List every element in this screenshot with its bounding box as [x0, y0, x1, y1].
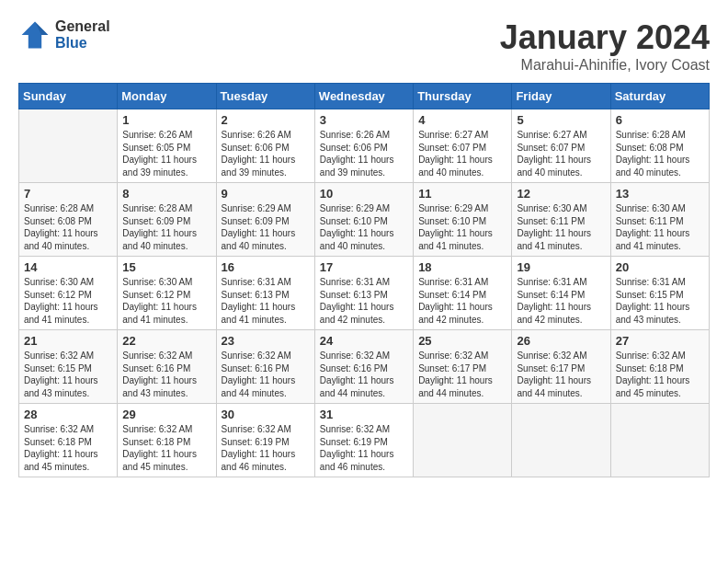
calendar-cell: 16Sunrise: 6:31 AM Sunset: 6:13 PM Dayli…	[216, 257, 314, 330]
day-number: 6	[616, 113, 704, 127]
calendar-cell: 3Sunrise: 6:26 AM Sunset: 6:06 PM Daylig…	[314, 109, 413, 183]
day-info: Sunrise: 6:32 AM Sunset: 6:17 PM Dayligh…	[418, 350, 506, 399]
day-info: Sunrise: 6:31 AM Sunset: 6:15 PM Dayligh…	[616, 276, 704, 326]
logo-text: General Blue	[55, 18, 110, 51]
calendar-cell: 29Sunrise: 6:32 AM Sunset: 6:18 PM Dayli…	[118, 404, 216, 477]
day-info: Sunrise: 6:30 AM Sunset: 6:12 PM Dayligh…	[122, 276, 210, 326]
day-info: Sunrise: 6:32 AM Sunset: 6:16 PM Dayligh…	[222, 350, 310, 399]
day-number: 29	[122, 408, 210, 421]
day-number: 2	[222, 113, 310, 127]
day-info: Sunrise: 6:27 AM Sunset: 6:07 PM Dayligh…	[517, 129, 605, 178]
day-number: 18	[418, 260, 506, 274]
day-info: Sunrise: 6:27 AM Sunset: 6:07 PM Dayligh…	[418, 129, 506, 178]
day-number: 14	[24, 260, 112, 274]
calendar-cell: 9Sunrise: 6:29 AM Sunset: 6:09 PM Daylig…	[216, 183, 314, 257]
calendar-week-4: 21Sunrise: 6:32 AM Sunset: 6:15 PM Dayli…	[19, 330, 710, 404]
calendar-cell: 2Sunrise: 6:26 AM Sunset: 6:06 PM Daylig…	[216, 109, 314, 183]
calendar-cell: 1Sunrise: 6:26 AM Sunset: 6:05 PM Daylig…	[118, 109, 216, 183]
day-number: 21	[24, 334, 112, 348]
logo: General Blue	[18, 18, 110, 52]
calendar-header-saturday: Saturday	[610, 84, 709, 109]
day-info: Sunrise: 6:32 AM Sunset: 6:18 PM Dayligh…	[122, 423, 210, 473]
logo-icon	[18, 18, 51, 52]
day-info: Sunrise: 6:32 AM Sunset: 6:15 PM Dayligh…	[24, 350, 112, 399]
day-number: 28	[24, 408, 112, 421]
day-info: Sunrise: 6:32 AM Sunset: 6:18 PM Dayligh…	[616, 350, 704, 399]
calendar-cell	[19, 109, 118, 183]
day-number: 10	[320, 187, 408, 201]
calendar-cell: 6Sunrise: 6:28 AM Sunset: 6:08 PM Daylig…	[610, 109, 709, 183]
calendar-cell: 31Sunrise: 6:32 AM Sunset: 6:19 PM Dayli…	[314, 404, 413, 477]
day-info: Sunrise: 6:32 AM Sunset: 6:18 PM Dayligh…	[24, 423, 112, 473]
day-info: Sunrise: 6:26 AM Sunset: 6:05 PM Dayligh…	[122, 129, 210, 178]
calendar-cell: 13Sunrise: 6:30 AM Sunset: 6:11 PM Dayli…	[610, 183, 709, 257]
calendar-cell: 23Sunrise: 6:32 AM Sunset: 6:16 PM Dayli…	[216, 330, 314, 404]
day-info: Sunrise: 6:30 AM Sunset: 6:12 PM Dayligh…	[24, 276, 112, 326]
day-info: Sunrise: 6:31 AM Sunset: 6:13 PM Dayligh…	[320, 276, 408, 326]
calendar-cell: 22Sunrise: 6:32 AM Sunset: 6:16 PM Dayli…	[118, 330, 216, 404]
day-number: 12	[517, 187, 605, 201]
calendar-cell: 18Sunrise: 6:31 AM Sunset: 6:14 PM Dayli…	[414, 257, 512, 330]
calendar-week-3: 14Sunrise: 6:30 AM Sunset: 6:12 PM Dayli…	[19, 257, 710, 330]
calendar-cell: 5Sunrise: 6:27 AM Sunset: 6:07 PM Daylig…	[512, 109, 610, 183]
day-info: Sunrise: 6:31 AM Sunset: 6:13 PM Dayligh…	[222, 276, 310, 326]
calendar: SundayMondayTuesdayWednesdayThursdayFrid…	[18, 83, 710, 477]
day-info: Sunrise: 6:32 AM Sunset: 6:17 PM Dayligh…	[517, 350, 605, 399]
day-number: 11	[418, 187, 506, 201]
calendar-cell: 27Sunrise: 6:32 AM Sunset: 6:18 PM Dayli…	[610, 330, 709, 404]
calendar-cell: 10Sunrise: 6:29 AM Sunset: 6:10 PM Dayli…	[314, 183, 413, 257]
day-info: Sunrise: 6:29 AM Sunset: 6:10 PM Dayligh…	[320, 202, 408, 252]
calendar-cell: 28Sunrise: 6:32 AM Sunset: 6:18 PM Dayli…	[19, 404, 118, 477]
calendar-cell: 25Sunrise: 6:32 AM Sunset: 6:17 PM Dayli…	[414, 330, 512, 404]
calendar-cell: 8Sunrise: 6:28 AM Sunset: 6:09 PM Daylig…	[118, 183, 216, 257]
day-number: 5	[517, 113, 605, 127]
day-info: Sunrise: 6:26 AM Sunset: 6:06 PM Dayligh…	[320, 129, 408, 178]
day-number: 13	[616, 187, 704, 201]
calendar-cell: 4Sunrise: 6:27 AM Sunset: 6:07 PM Daylig…	[414, 109, 512, 183]
calendar-header-row: SundayMondayTuesdayWednesdayThursdayFrid…	[19, 84, 710, 109]
day-number: 31	[320, 408, 408, 421]
calendar-header-thursday: Thursday	[414, 84, 512, 109]
calendar-cell	[610, 404, 709, 477]
day-number: 27	[616, 334, 704, 348]
day-number: 16	[222, 260, 310, 274]
day-number: 23	[222, 334, 310, 348]
day-number: 24	[320, 334, 408, 348]
calendar-cell	[414, 404, 512, 477]
day-info: Sunrise: 6:29 AM Sunset: 6:10 PM Dayligh…	[418, 202, 506, 252]
day-number: 3	[320, 113, 408, 127]
location-title: Marahui-Ahinifie, Ivory Coast	[500, 57, 710, 74]
calendar-cell: 14Sunrise: 6:30 AM Sunset: 6:12 PM Dayli…	[19, 257, 118, 330]
day-number: 30	[222, 408, 310, 421]
day-number: 17	[320, 260, 408, 274]
day-number: 7	[24, 187, 112, 201]
day-info: Sunrise: 6:32 AM Sunset: 6:19 PM Dayligh…	[222, 423, 310, 473]
day-info: Sunrise: 6:26 AM Sunset: 6:06 PM Dayligh…	[222, 129, 310, 178]
calendar-header-monday: Monday	[118, 84, 216, 109]
calendar-header-friday: Friday	[512, 84, 610, 109]
calendar-cell: 21Sunrise: 6:32 AM Sunset: 6:15 PM Dayli…	[19, 330, 118, 404]
calendar-cell: 7Sunrise: 6:28 AM Sunset: 6:08 PM Daylig…	[19, 183, 118, 257]
day-number: 20	[616, 260, 704, 274]
day-info: Sunrise: 6:31 AM Sunset: 6:14 PM Dayligh…	[418, 276, 506, 326]
calendar-cell: 11Sunrise: 6:29 AM Sunset: 6:10 PM Dayli…	[414, 183, 512, 257]
calendar-week-5: 28Sunrise: 6:32 AM Sunset: 6:18 PM Dayli…	[19, 404, 710, 477]
day-number: 8	[122, 187, 210, 201]
calendar-cell: 15Sunrise: 6:30 AM Sunset: 6:12 PM Dayli…	[118, 257, 216, 330]
day-info: Sunrise: 6:32 AM Sunset: 6:19 PM Dayligh…	[320, 423, 408, 473]
calendar-cell: 12Sunrise: 6:30 AM Sunset: 6:11 PM Dayli…	[512, 183, 610, 257]
day-number: 19	[517, 260, 605, 274]
logo-blue: Blue	[55, 35, 110, 52]
day-number: 9	[222, 187, 310, 201]
month-title: January 2024	[500, 18, 710, 57]
day-number: 26	[517, 334, 605, 348]
day-number: 25	[418, 334, 506, 348]
day-info: Sunrise: 6:30 AM Sunset: 6:11 PM Dayligh…	[517, 202, 605, 252]
calendar-week-1: 1Sunrise: 6:26 AM Sunset: 6:05 PM Daylig…	[19, 109, 710, 183]
calendar-cell: 17Sunrise: 6:31 AM Sunset: 6:13 PM Dayli…	[314, 257, 413, 330]
calendar-header-wednesday: Wednesday	[314, 84, 413, 109]
calendar-cell	[512, 404, 610, 477]
day-number: 4	[418, 113, 506, 127]
page-header: General Blue January 2024 Marahui-Ahinif…	[18, 18, 710, 74]
day-info: Sunrise: 6:32 AM Sunset: 6:16 PM Dayligh…	[122, 350, 210, 399]
